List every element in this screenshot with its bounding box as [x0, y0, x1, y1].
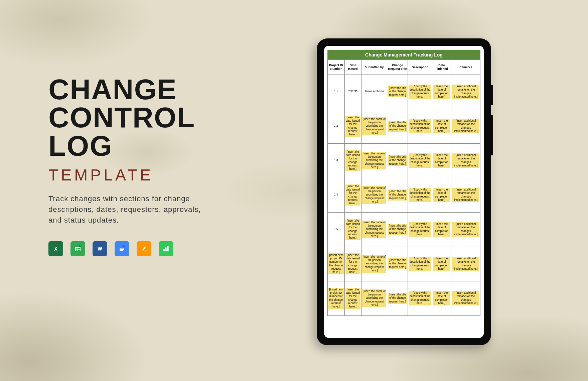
table-cell: 2/12/35	[344, 75, 361, 109]
table-cell: [Insert the title of the change request …	[387, 109, 408, 143]
table-cell: [Insert the date of completion here.]	[432, 281, 451, 315]
table-cell: [Insert the title of the change request …	[387, 143, 408, 178]
tablet-screen: Change Management Tracking Log Project I…	[324, 46, 484, 338]
table-cell: [Insert the title of the change request …	[387, 75, 408, 109]
table-header-cell: Date Issued	[344, 60, 361, 75]
table-cell: [Specify the description of the change r…	[408, 75, 432, 109]
table-cell: [Specify the description of the change r…	[408, 109, 432, 143]
table-cell: [Specify the description of the change r…	[408, 212, 432, 247]
docs-icon	[115, 241, 129, 256]
table-cell: James Ambrose	[361, 75, 387, 109]
table-cell: [Insert new project ID number for the ch…	[328, 247, 345, 281]
table-cell: [Insert the date issued for the change r…	[344, 178, 361, 212]
table-header-cell: Project ID Number	[328, 60, 345, 75]
tablet-frame: Change Management Tracking Log Project I…	[317, 38, 491, 345]
table-cell: [Specify the description of the change r…	[408, 143, 432, 178]
subtitle: TEMPLATE	[48, 166, 229, 184]
table-cell: [Insert the date issued for the change r…	[344, 212, 361, 247]
table-cell: [Insert the name of the person submittin…	[361, 178, 387, 212]
numbers-icon	[159, 241, 173, 256]
table-cell: 1.4	[328, 178, 345, 212]
table-cell: [Insert the date of completion here.]	[432, 247, 451, 281]
table-cell: [Insert the date of completion here.]	[432, 75, 451, 109]
table-cell: [Insert additional remarks on the change…	[451, 109, 480, 143]
description: Track changes with sections for change d…	[48, 194, 215, 226]
svg-rect-11	[142, 251, 146, 251]
table-body: 1.12/12/35James Ambrose[Insert the title…	[328, 75, 480, 315]
excel-icon	[48, 241, 63, 256]
word-icon	[93, 241, 107, 256]
table-cell: [Insert the name of the person submittin…	[361, 212, 387, 247]
change-log-table: Project ID NumberDate IssuedSubmitted by…	[327, 60, 480, 316]
app-icons-row	[48, 241, 229, 256]
table-header-cell: Change Request Title	[387, 60, 408, 75]
title-line-1: CHANGE	[48, 75, 229, 103]
table-cell: [Insert the date issued for the change r…	[344, 109, 361, 143]
svg-rect-9	[120, 250, 123, 251]
svg-rect-6	[119, 245, 126, 253]
table-row: 1.2[Insert the date issued for the chang…	[328, 109, 480, 143]
table-cell: [Insert the date of completion here.]	[432, 178, 451, 212]
table-cell: [Insert the name of the person submittin…	[361, 247, 387, 281]
pages-icon	[137, 241, 151, 256]
svg-rect-13	[163, 249, 165, 252]
table-cell: [Insert the title of the change request …	[387, 247, 408, 281]
table-cell: [Insert additional remarks on the change…	[451, 75, 480, 109]
left-panel: CHANGE CONTROL LOG TEMPLATE Track change…	[48, 75, 229, 256]
table-row: 1.3[Insert the date issued for the chang…	[328, 143, 480, 178]
table-cell: [Insert additional remarks on the change…	[451, 143, 480, 178]
table-cell: [Insert the name of the person submittin…	[361, 109, 387, 143]
table-cell: [Insert the title of the change request …	[387, 212, 408, 247]
table-cell: [Specify the description of the change r…	[408, 247, 432, 281]
table-header-cell: Submitted by	[361, 60, 387, 75]
table-row: [Insert new project ID number for the ch…	[328, 281, 480, 315]
table-cell: [Insert additional remarks on the change…	[451, 212, 480, 247]
svg-rect-5	[97, 245, 104, 252]
table-cell: [Insert the name of the person submittin…	[361, 281, 387, 315]
table-header-row: Project ID NumberDate IssuedSubmitted by…	[328, 60, 480, 75]
table-cell: 1.2	[328, 109, 345, 143]
table-cell: [Insert the name of the person submittin…	[361, 143, 387, 178]
table-cell: 1.3	[328, 143, 345, 178]
table-caption: Change Management Tracking Log	[327, 50, 480, 60]
table-row: 1.12/12/35James Ambrose[Insert the title…	[328, 75, 480, 109]
table-cell: [Insert the date issued for the change r…	[344, 281, 361, 315]
table-row: 1.5[Insert the date issued for the chang…	[328, 212, 480, 247]
table-cell: [Specify the description of the change r…	[408, 281, 432, 315]
svg-rect-14	[165, 248, 167, 252]
svg-rect-8	[120, 249, 124, 250]
table-header-cell: Date Finished	[432, 60, 451, 75]
table-cell: [Insert the date issued for the change r…	[344, 247, 361, 281]
table-cell: [Insert the title of the change request …	[387, 178, 408, 212]
table-cell: [Insert the title of the change request …	[387, 281, 408, 315]
title-line-2: CONTROL	[48, 103, 229, 131]
table-cell: [Insert new project ID number for the ch…	[328, 281, 345, 315]
table-cell: [Insert the date of completion here.]	[432, 109, 451, 143]
table-header-cell: Remarks	[451, 60, 480, 75]
sheets-icon	[70, 241, 85, 256]
table-row: 1.4[Insert the date issued for the chang…	[328, 178, 480, 212]
main-title: CHANGE CONTROL LOG	[48, 75, 229, 160]
table-cell: [Insert the date of completion here.]	[432, 143, 451, 178]
table-cell: 1.1	[328, 75, 345, 109]
svg-rect-15	[167, 246, 169, 251]
title-line-3: LOG	[48, 132, 229, 160]
table-cell: [Specify the description of the change r…	[408, 178, 432, 212]
table-header-cell: Description	[408, 60, 432, 75]
table-cell: [Insert additional remarks on the change…	[451, 247, 480, 281]
svg-rect-7	[120, 248, 124, 249]
table-cell: [Insert additional remarks on the change…	[451, 178, 480, 212]
table-cell: [Insert additional remarks on the change…	[451, 281, 480, 315]
table-cell: 1.5	[328, 212, 345, 247]
table-cell: [Insert the date issued for the change r…	[344, 143, 361, 178]
table-row: [Insert new project ID number for the ch…	[328, 247, 480, 281]
table-cell: [Insert the date of completion here.]	[432, 212, 451, 247]
